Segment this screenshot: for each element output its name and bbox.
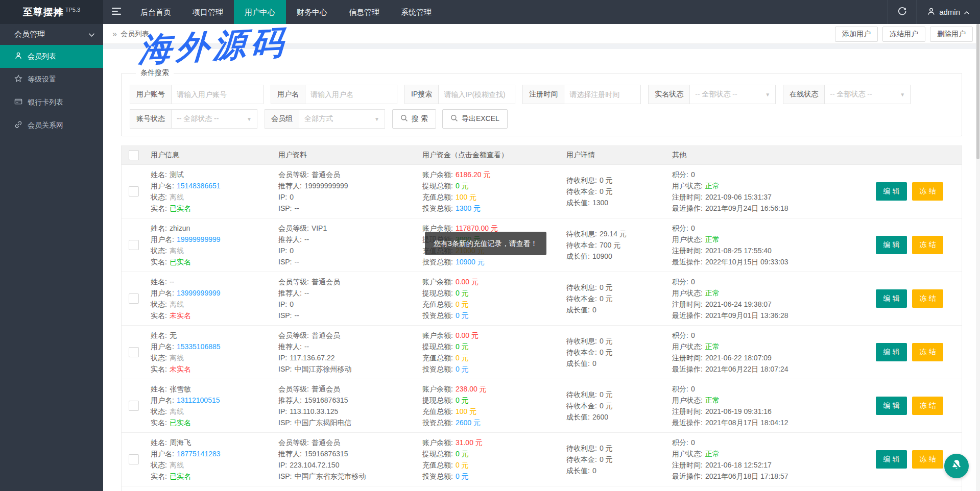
nav-item-projects[interactable]: 项目管理 (182, 0, 234, 24)
row-checkbox[interactable] (129, 401, 139, 411)
freeze-button[interactable]: 冻结 (912, 236, 943, 254)
sidebar-item-label: 等级设置 (28, 75, 56, 84)
invest-value[interactable]: 0 元 (456, 365, 469, 373)
nav-item-system[interactable]: 系统管理 (390, 0, 442, 24)
username-link[interactable]: 15335106885 (177, 342, 221, 351)
row-checkbox[interactable] (129, 454, 139, 464)
row-checkbox[interactable] (129, 293, 139, 304)
freeze-user-button[interactable]: 冻结用户 (882, 27, 925, 42)
freeze-button[interactable]: 冻结 (912, 182, 943, 201)
points-label: 积分: (672, 278, 688, 286)
edit-button[interactable]: 编辑 (876, 289, 907, 308)
name-value: zhizun (170, 224, 190, 232)
nav-item-info[interactable]: 信息管理 (338, 0, 390, 24)
name-label: 姓名: (151, 170, 167, 179)
points-label: 积分: (672, 331, 688, 339)
balance-value[interactable]: 238.00 元 (456, 385, 487, 393)
table-row: 姓名:测试 用户名:15148386651 状态:离线 实名:已实名 会员等级:… (122, 164, 962, 218)
username-input[interactable] (305, 85, 397, 104)
user-menu[interactable]: admin (917, 0, 980, 24)
withdraw-value[interactable]: 0 元 (456, 342, 469, 351)
referrer-value: 15916876315 (304, 450, 348, 458)
username-link[interactable]: 13112100515 (177, 396, 220, 404)
isp-label: ISP: (278, 204, 292, 212)
select-all-checkbox[interactable] (129, 150, 139, 160)
register-time-input[interactable] (564, 85, 641, 104)
row-checkbox[interactable] (129, 240, 139, 250)
user-details-cell: 待收利息:0 元 待收本金:0 元 成长值: (561, 486, 667, 491)
nav-item-home[interactable]: 后台首页 (130, 0, 182, 24)
realname-status-group: 实名状态 -- 全部状态 -- ▼ (648, 85, 776, 104)
freeze-button[interactable]: 冻结 (912, 343, 943, 361)
member-group-select[interactable]: 全部方式 ▼ (299, 109, 385, 129)
balance-value[interactable]: 6186.20 元 (456, 170, 491, 179)
freeze-button[interactable]: 冻结 (912, 397, 943, 415)
edit-button[interactable]: 编辑 (876, 236, 907, 254)
status-value: 离线 (170, 247, 184, 255)
realname-status-select[interactable]: -- 全部状态 -- ▼ (690, 85, 776, 104)
nav-item-user-center[interactable]: 用户中心 (234, 0, 286, 24)
username-link[interactable]: 15148386651 (177, 182, 221, 190)
star-icon (14, 75, 22, 84)
person-icon (14, 52, 22, 61)
invest-value[interactable]: 10900 元 (456, 258, 485, 266)
withdraw-label: 提现总额: (422, 450, 453, 458)
sidebar-item-level-settings[interactable]: 等级设置 (0, 68, 103, 91)
scrollbar-thumb[interactable] (976, 24, 979, 159)
sidebar-item-member-list[interactable]: 会员列表 (0, 45, 103, 68)
edit-button[interactable]: 编辑 (876, 182, 907, 201)
recharge-value[interactable]: 0 元 (456, 461, 469, 469)
ip-value: 117.136.67.22 (290, 354, 335, 362)
username-link[interactable]: 18775141283 (177, 450, 221, 458)
balance-value[interactable]: 0.00 元 (456, 331, 479, 339)
online-status-select[interactable]: -- 全部状态 -- ▼ (825, 85, 911, 104)
recharge-value[interactable]: 100 元 (456, 193, 476, 201)
user-details-cell: 待收利息:0 元 待收本金:0 元 成长值:0 (561, 433, 667, 486)
add-user-button[interactable]: 添加用户 (835, 27, 878, 42)
recharge-value[interactable]: 100 元 (456, 407, 476, 415)
ip-search-input[interactable] (439, 85, 515, 104)
username-link[interactable]: 19999999999 (177, 235, 221, 243)
invest-value[interactable]: 1300 元 (456, 204, 481, 212)
account-input[interactable] (172, 85, 264, 104)
recharge-value[interactable]: 0 元 (456, 300, 469, 308)
nav-item-finance[interactable]: 财务中心 (286, 0, 338, 24)
balance-value[interactable]: 31.00 元 (456, 438, 483, 447)
invest-label: 投资总额: (422, 419, 453, 427)
balance-value[interactable]: 117870.00 元 (456, 224, 498, 232)
other-cell: 积分:0 用户状态:正常 注册时间:2021-06-19 09:31:16 最近… (667, 379, 848, 432)
sidebar-group-member-mgmt[interactable]: 会员管理 (0, 24, 103, 45)
delete-user-button[interactable]: 删除用户 (930, 27, 973, 42)
recharge-value[interactable]: 0 元 (456, 354, 469, 362)
notification-fab-button[interactable] (944, 454, 969, 478)
invest-value[interactable]: 0 元 (456, 311, 469, 320)
search-button[interactable]: 搜 索 (392, 109, 436, 129)
withdraw-value[interactable]: 0 元 (456, 450, 469, 458)
account-status-select[interactable]: -- 全部状态 -- ▼ (172, 109, 257, 129)
name-label: 姓名: (151, 438, 167, 447)
interest-label: 待收利息: (566, 176, 597, 184)
sidebar-item-bank-cards[interactable]: 银行卡列表 (0, 91, 103, 114)
withdraw-value[interactable]: 0 元 (456, 182, 469, 190)
row-checkbox[interactable] (129, 186, 139, 197)
edit-button[interactable]: 编辑 (876, 343, 907, 361)
invest-value[interactable]: 0 元 (456, 472, 469, 480)
balance-value[interactable]: 0.00 元 (456, 278, 479, 286)
export-excel-button[interactable]: 导出EXCEL (442, 109, 508, 129)
sidebar-item-relation-network[interactable]: 会员关系网 (0, 114, 103, 137)
recharge-notification-toast[interactable]: 您有3条新的充值记录，请查看！ (425, 232, 546, 255)
menu-toggle-button[interactable] (103, 0, 130, 24)
invest-value[interactable]: 2600 元 (456, 419, 481, 427)
row-checkbox[interactable] (129, 347, 139, 357)
points-value: 0 (691, 170, 695, 179)
username-link[interactable]: 13999999999 (177, 289, 221, 297)
last-op-value: 2021年09月01日 13:36:28 (705, 311, 788, 320)
user-funds-cell: 账户余额:0.00 元 提现总额:0 元 充值总额: 投资总额: (417, 486, 561, 491)
refresh-button[interactable] (888, 0, 916, 24)
freeze-button[interactable]: 冻结 (912, 289, 943, 308)
edit-button[interactable]: 编辑 (876, 397, 907, 415)
withdraw-value[interactable]: 0 元 (456, 289, 469, 297)
withdraw-value[interactable]: 0 元 (456, 396, 469, 404)
freeze-button[interactable]: 冻结 (912, 450, 943, 469)
edit-button[interactable]: 编辑 (876, 450, 907, 469)
